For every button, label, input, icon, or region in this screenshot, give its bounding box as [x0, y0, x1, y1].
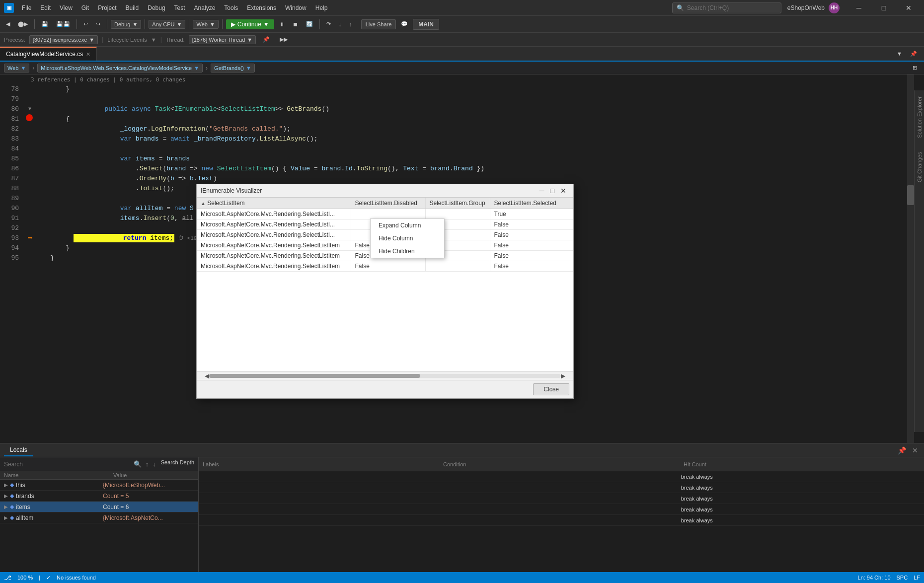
step-out-button[interactable]: ↑: [346, 20, 355, 29]
solution-explorer-label[interactable]: Solution Explorer: [917, 94, 923, 140]
scroll-right-arrow[interactable]: ▶: [561, 372, 565, 379]
thread-dropdown[interactable]: [1876] Worker Thread ▼: [189, 35, 256, 44]
menu-edit[interactable]: Edit: [36, 2, 55, 13]
restart-button[interactable]: 🔄: [303, 19, 316, 29]
visualizer-minimize-button[interactable]: ─: [537, 187, 547, 194]
method-nav-dropdown[interactable]: GetBrands() ▼: [211, 64, 255, 73]
project-name: eShopOnWeb: [787, 4, 825, 11]
labels-col-header: Labels: [203, 461, 439, 467]
undo-button[interactable]: ↩: [80, 19, 91, 29]
visualizer-row-0[interactable]: Microsoft.AspNetCore.Mvc.Rendering.Selec…: [197, 209, 573, 219]
close-tab-button[interactable]: ✕: [86, 51, 90, 58]
forward-button[interactable]: ⬤▶: [15, 19, 31, 29]
continue-button[interactable]: ▶ Continue ▼: [226, 19, 274, 29]
scroll-left-arrow[interactable]: ◀: [205, 372, 209, 379]
menu-git[interactable]: Git: [77, 2, 93, 13]
locals-search-input[interactable]: [4, 461, 130, 468]
collapse-arrow-80[interactable]: ▼: [28, 104, 31, 114]
step-over-button[interactable]: ↷: [323, 19, 334, 29]
title-search-box[interactable]: 🔍: [672, 2, 781, 13]
menu-extensions[interactable]: Extensions: [243, 2, 280, 13]
active-file-tab[interactable]: CatalogViewModelService.cs ✕: [0, 47, 97, 61]
solution-explorer-bar: Solution Explorer Git Changes: [914, 90, 924, 432]
menu-test[interactable]: Test: [170, 2, 189, 13]
local-var-items[interactable]: ▶ ◆ items Count = 6: [0, 502, 198, 512]
local-var-allitem[interactable]: ▶ ◆ allItem {Microsoft.AspNetCo...: [0, 512, 198, 523]
col-header-name[interactable]: ▲ SelectListItem: [197, 198, 351, 209]
main-button[interactable]: MAIN: [413, 19, 439, 30]
col-header-selected[interactable]: SelectListItem.Selected: [490, 198, 573, 209]
row-4-name: Microsoft.AspNetCore.Mvc.Rendering.Selec…: [197, 251, 351, 261]
row-1-name: Microsoft.AspNetCore.Mvc.Rendering.Selec…: [197, 219, 351, 230]
search-btn[interactable]: 🔍: [133, 459, 143, 469]
expand-allitem[interactable]: ▶: [4, 515, 8, 520]
ctx-hide-column[interactable]: Hide Column: [371, 232, 444, 245]
expand-this[interactable]: ▶: [4, 482, 8, 488]
pin-window-button[interactable]: 📌: [907, 49, 920, 59]
class-nav-dropdown[interactable]: Microsoft.eShopWeb.Web.Services.CatalogV…: [37, 64, 203, 73]
expand-items[interactable]: ▶: [4, 504, 8, 510]
col-name-header: Name: [4, 472, 113, 478]
back-button[interactable]: ◀: [3, 19, 13, 29]
sort-up-btn[interactable]: ↑: [145, 459, 150, 469]
menu-tools[interactable]: Tools: [220, 2, 242, 13]
live-share-button[interactable]: Live Share: [361, 19, 396, 29]
ctx-hide-children[interactable]: Hide Children: [371, 245, 444, 258]
title-search-input[interactable]: [687, 4, 767, 11]
expand-brands[interactable]: ▶: [4, 493, 8, 499]
process-dropdown[interactable]: [30752] iisexpress.exe ▼: [29, 35, 98, 44]
scrollbar-thumb-h[interactable]: [209, 374, 420, 378]
pause-button[interactable]: ⏸: [276, 20, 288, 29]
debug-dropdown[interactable]: Debug ▼: [111, 20, 141, 29]
maximize-button[interactable]: □: [872, 0, 895, 16]
visualizer-maximize-button[interactable]: □: [547, 187, 557, 194]
minimize-button[interactable]: ─: [847, 0, 870, 16]
visualizer-horizontal-scrollbar[interactable]: ◀ ▶: [197, 371, 573, 380]
col-header-group[interactable]: SelectListItem.Group: [425, 198, 490, 209]
feedback-button[interactable]: 💬: [398, 19, 411, 29]
pipe-1: |: [102, 36, 103, 43]
cpu-dropdown[interactable]: Any CPU ▼: [149, 20, 185, 29]
menu-help[interactable]: Help: [311, 2, 332, 13]
visualizer-footer: Close: [197, 380, 573, 398]
panel-close-button[interactable]: ✕: [910, 445, 920, 455]
menu-window[interactable]: Window: [281, 2, 310, 13]
menu-file[interactable]: File: [18, 2, 35, 13]
visualizer-row-5[interactable]: Microsoft.AspNetCore.Mvc.Rendering.Selec…: [197, 261, 573, 272]
visualizer-close-btn[interactable]: Close: [533, 383, 569, 395]
save-button[interactable]: 💾: [38, 19, 51, 29]
git-changes-label[interactable]: Git Changes: [917, 150, 923, 184]
expand-nav-button[interactable]: ⊞: [910, 63, 920, 73]
close-button[interactable]: ✕: [897, 0, 920, 16]
menu-build[interactable]: Build: [122, 2, 143, 13]
menu-view[interactable]: View: [56, 2, 77, 13]
editor-vertical-scrollbar[interactable]: [907, 74, 914, 443]
scrollbar-thumb[interactable]: [907, 185, 914, 205]
redo-button[interactable]: ↪: [93, 19, 103, 29]
panel-pin-button[interactable]: 📌: [896, 445, 908, 455]
local-var-brands[interactable]: ▶ ◆ brands Count = 5: [0, 491, 198, 502]
menu-debug[interactable]: Debug: [144, 2, 169, 13]
stop-button[interactable]: ⏹: [290, 20, 301, 29]
ctx-expand-column[interactable]: Expand Column: [371, 219, 444, 232]
visualizer-close-button[interactable]: ✕: [557, 187, 569, 194]
var-icon-this: ◆: [10, 482, 14, 488]
web-dropdown[interactable]: Web ▼: [193, 20, 218, 29]
status-separator-1: |: [39, 575, 40, 581]
scrollbar-track[interactable]: [209, 374, 561, 378]
save-all-button[interactable]: 💾💾: [53, 19, 73, 29]
locals-variables-panel: 🔍 ↑ ↓ Search Depth Name Value ▶ ◆ this {…: [0, 457, 199, 572]
local-var-this[interactable]: ▶ ◆ this {Microsoft.eShopWeb...: [0, 480, 198, 491]
sort-down-btn[interactable]: ↓: [152, 459, 157, 469]
thread-pin-button[interactable]: 📌: [260, 35, 273, 44]
menu-analyze[interactable]: Analyze: [190, 2, 220, 13]
code-line-83: 83 var brands = await _brandRepository.L…: [0, 134, 917, 144]
col-header-disabled[interactable]: SelectListItem.Disabled: [351, 198, 425, 209]
breakpoint-93: ⮕: [27, 233, 33, 243]
tab-list-button[interactable]: ▼: [894, 49, 905, 58]
locals-tab[interactable]: Locals: [4, 444, 33, 456]
web-nav-dropdown[interactable]: Web ▼: [4, 64, 29, 73]
thread-next-button[interactable]: ▶▶: [277, 35, 291, 44]
menu-project[interactable]: Project: [94, 2, 120, 13]
step-into-button[interactable]: ↓: [336, 20, 345, 29]
